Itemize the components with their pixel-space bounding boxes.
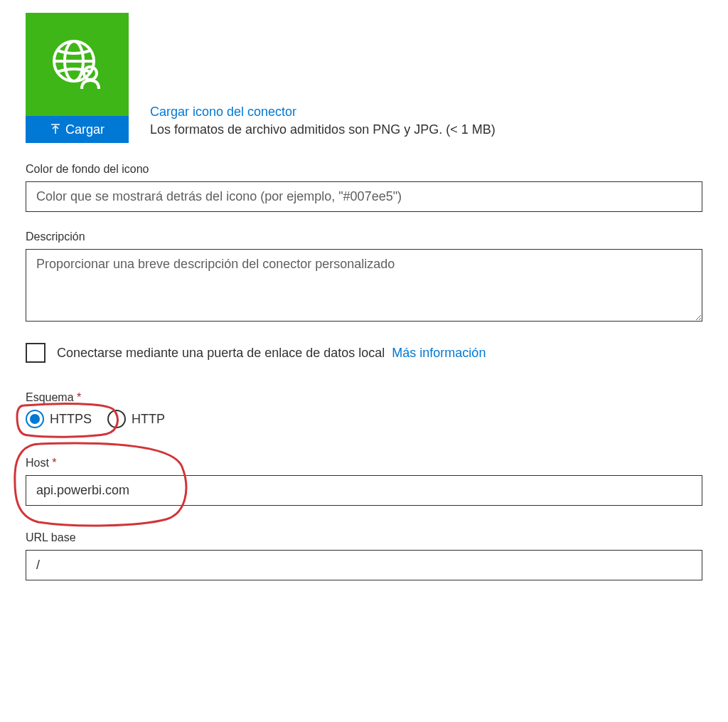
upload-button[interactable]: Cargar (26, 116, 129, 143)
background-color-field: Color de fondo del icono (26, 163, 702, 212)
upload-icon (50, 124, 61, 135)
icon-tile-wrap: Cargar (26, 13, 129, 143)
url-base-input[interactable] (26, 550, 702, 580)
url-base-label: URL base (26, 531, 702, 544)
radio-label-https: HTTPS (50, 412, 92, 427)
upload-button-label: Cargar (65, 122, 105, 137)
host-field: Host * (26, 457, 702, 506)
icon-upload-section: Cargar Cargar icono del conector Los for… (26, 13, 702, 143)
required-asterisk: * (77, 391, 81, 403)
radio-icon (26, 410, 44, 428)
upload-formats-text: Los formatos de archivo admitidos son PN… (150, 122, 496, 137)
scheme-label: Esquema * (26, 391, 702, 404)
gateway-checkbox-text: Conectarse mediante una puerta de enlace… (57, 346, 486, 361)
background-color-input[interactable] (26, 181, 702, 212)
scheme-field: Esquema * HTTPS HTTP (26, 391, 702, 428)
description-textarea[interactable] (26, 249, 702, 322)
connector-icon-tile (26, 13, 129, 116)
host-input[interactable] (26, 475, 702, 506)
description-field: Descripción (26, 230, 702, 324)
upload-link[interactable]: Cargar icono del conector (150, 105, 496, 120)
description-label: Descripción (26, 230, 702, 243)
scheme-radio-http[interactable]: HTTP (107, 410, 165, 428)
globe-user-icon (49, 36, 106, 93)
background-color-label: Color de fondo del icono (26, 163, 702, 176)
required-asterisk: * (52, 457, 56, 469)
host-label: Host * (26, 457, 702, 469)
radio-label-http: HTTP (132, 412, 165, 427)
gateway-checkbox-row: Conectarse mediante una puerta de enlace… (26, 343, 702, 363)
gateway-checkbox-label: Conectarse mediante una puerta de enlace… (57, 346, 385, 360)
scheme-radio-https[interactable]: HTTPS (26, 410, 92, 428)
url-base-field: URL base (26, 531, 702, 580)
scheme-radio-group: HTTPS HTTP (26, 410, 702, 428)
radio-icon (107, 410, 126, 428)
more-info-link[interactable]: Más información (392, 346, 486, 360)
upload-info: Cargar icono del conector Los formatos d… (150, 105, 496, 143)
gateway-checkbox[interactable] (26, 343, 46, 363)
